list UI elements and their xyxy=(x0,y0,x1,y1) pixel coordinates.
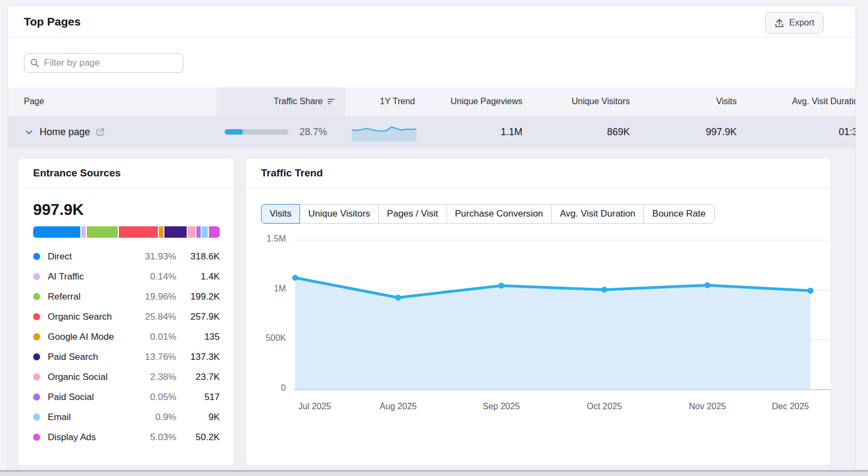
column-header-1y-trend[interactable]: 1Y Trend xyxy=(345,87,425,116)
gridline xyxy=(294,290,831,290)
legend-value: 257.9K xyxy=(176,312,220,322)
collapse-row-button[interactable] xyxy=(24,127,34,137)
legend-label: Google AI Mode xyxy=(48,332,135,342)
legend-color-dot xyxy=(33,414,40,421)
bar-segment-google-ai-mode xyxy=(159,226,163,238)
export-label: Export xyxy=(789,18,814,28)
entrance-sources-card: Entrance Sources 997.9K Direct 31.93% 31… xyxy=(17,158,234,466)
bar-segment-referral xyxy=(87,226,118,238)
unique-pageviews-value: 1.1M xyxy=(425,116,530,148)
legend-color-dot xyxy=(33,273,40,280)
visits-value: 997.9K xyxy=(637,116,744,148)
page-cell: Home page xyxy=(8,116,216,148)
bar-segment-email xyxy=(202,226,207,238)
column-header-unique-pageviews[interactable]: Unique Pageviews xyxy=(425,87,530,116)
legend-row: AI Traffic 0.14% 1.4K xyxy=(33,266,220,287)
traffic-share-bar-fill xyxy=(225,129,243,135)
y-axis-label: 1M xyxy=(246,284,286,294)
divider xyxy=(18,188,234,189)
traffic-share-percent: 28.7% xyxy=(293,126,336,138)
x-axis-label: Oct 2025 xyxy=(572,402,637,411)
legend-label: Paid Social xyxy=(48,392,135,403)
table-header-row: Page Traffic Share 1Y Trend Unique Pagev… xyxy=(8,87,856,116)
gridline xyxy=(294,389,831,390)
legend-value: 318.6K xyxy=(176,251,220,262)
legend-percent: 31.93% xyxy=(135,251,176,262)
card-header: Top Pages Export xyxy=(8,6,856,37)
legend-percent: 0.14% xyxy=(135,271,176,282)
traffic-share-bar-track xyxy=(225,129,289,135)
legend-value: 1.4K xyxy=(176,271,220,282)
legend-value: 517 xyxy=(176,392,220,403)
entrance-sources-bar xyxy=(33,226,220,238)
legend-row: Organic Search 25.84% 257.9K xyxy=(33,307,220,327)
page-link[interactable]: Home page xyxy=(40,126,105,138)
legend-row: Paid Social 0.05% 517 xyxy=(33,387,220,407)
legend-percent: 0.01% xyxy=(135,332,176,342)
legend-row: Display Ads 5.03% 50.2K xyxy=(33,427,220,447)
x-axis-label: Dec 2025 xyxy=(758,402,823,411)
traffic-trend-card: Traffic Trend VisitsUnique VisitorsPages… xyxy=(245,158,831,466)
trend-sparkline-svg xyxy=(352,121,416,143)
legend-color-dot xyxy=(33,434,40,441)
legend-color-dot xyxy=(33,253,40,260)
legend-row: Email 0.9% 9K xyxy=(33,407,220,427)
legend-percent: 19.96% xyxy=(135,291,176,302)
table-row[interactable]: Home page 28.7% 1.1M 869K 997.9K 01:31 xyxy=(8,116,856,148)
legend-row: Organic Social 2.38% 23.7K xyxy=(33,367,220,387)
bar-segment-paid-social xyxy=(196,226,201,238)
y-axis-label: 1.5M xyxy=(246,234,286,244)
column-header-visits[interactable]: Visits xyxy=(637,87,744,116)
bar-segment-organic-social xyxy=(188,226,195,238)
x-axis-label: Jul 2025 xyxy=(282,402,347,411)
gridline xyxy=(294,339,831,340)
legend-percent: 0.9% xyxy=(135,412,176,423)
legend-percent: 0.05% xyxy=(135,392,176,403)
bar-segment-ai-traffic xyxy=(81,226,86,238)
page-name: Home page xyxy=(40,126,90,138)
legend-label: Paid Search xyxy=(48,352,135,363)
page-title: Top Pages xyxy=(24,15,81,28)
gridline xyxy=(294,240,831,240)
top-pages-card: Top Pages Export Page Traffic Share 1Y T… xyxy=(8,5,856,476)
x-axis-label: Sep 2025 xyxy=(469,402,534,411)
traffic-share-cell: 28.7% xyxy=(216,116,345,148)
y-axis-label: 0 xyxy=(246,383,286,393)
bar-segment-direct xyxy=(33,226,80,238)
entrance-sources-legend: Direct 31.93% 318.6K AI Traffic 0.14% 1.… xyxy=(33,246,220,447)
legend-value: 9K xyxy=(176,412,220,423)
filter-input[interactable] xyxy=(44,58,177,68)
y-axis-label: 500K xyxy=(246,333,286,343)
column-header-avg-visit-duration[interactable]: Avg. Visit Duration xyxy=(744,87,856,116)
unique-visitors-value: 869K xyxy=(530,116,637,148)
external-link-icon xyxy=(95,127,105,137)
bar-segment-organic-search xyxy=(119,226,158,238)
legend-label: Email xyxy=(48,412,135,423)
legend-row: Direct 31.93% 318.6K xyxy=(33,246,220,266)
expanded-row-details: Entrance Sources 997.9K Direct 31.93% 31… xyxy=(8,148,856,476)
column-header-unique-visitors[interactable]: Unique Visitors xyxy=(530,87,637,116)
x-axis-label: Aug 2025 xyxy=(366,402,431,411)
column-header-traffic-share[interactable]: Traffic Share xyxy=(216,87,345,116)
trend-1y-cell xyxy=(345,116,425,148)
legend-color-dot xyxy=(33,313,40,320)
chart-gridlines: 0500K1M1.5MJul 2025Aug 2025Sep 2025Oct 2… xyxy=(246,158,831,465)
export-icon xyxy=(774,18,784,28)
legend-label: Referral xyxy=(48,291,135,302)
legend-label: Direct xyxy=(48,251,135,262)
legend-percent: 5.03% xyxy=(135,432,176,443)
legend-percent: 25.84% xyxy=(135,312,176,322)
entrance-sources-title: Entrance Sources xyxy=(33,167,121,179)
legend-value: 135 xyxy=(176,332,220,342)
legend-color-dot xyxy=(33,333,40,340)
search-icon xyxy=(30,58,40,68)
column-header-page[interactable]: Page xyxy=(8,87,216,116)
legend-color-dot xyxy=(33,373,40,380)
tab-visits[interactable]: Visits xyxy=(261,204,300,224)
legend-value: 50.2K xyxy=(176,432,220,443)
export-button[interactable]: Export xyxy=(765,12,824,34)
legend-row: Referral 19.96% 199.2K xyxy=(33,287,220,307)
legend-label: Organic Search xyxy=(48,312,135,322)
bar-segment-paid-search xyxy=(164,226,187,238)
bar-segment-display-ads xyxy=(209,226,220,238)
